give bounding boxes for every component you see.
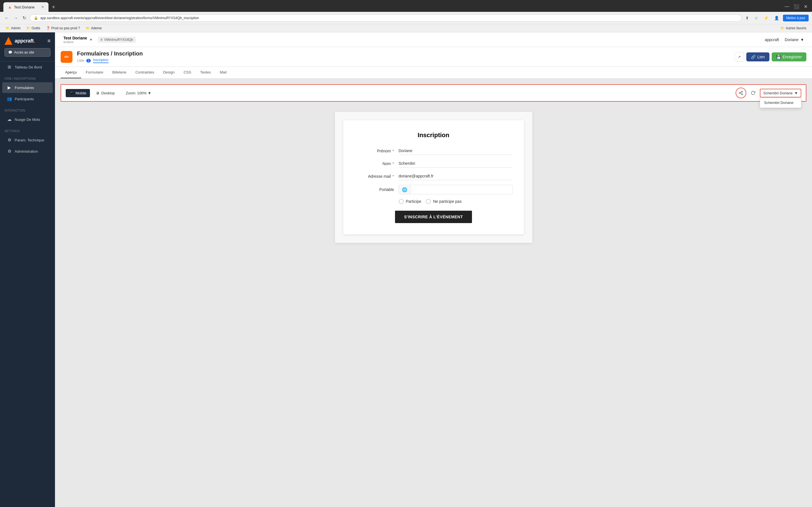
tab-apercu[interactable]: Aperçu [61,67,81,78]
share-preview-btn[interactable] [735,88,746,98]
logo-text: appcraft. [15,38,35,44]
profile-btn[interactable]: 👤 [772,15,781,21]
grid-icon: ⊞ [7,64,12,69]
access-site-btn[interactable]: 💬 Accès au site [4,48,50,57]
breadcrumb-count-badge: 1 [86,59,91,62]
sidebar-section-settings: SETTINGS [0,125,55,134]
svg-line-4 [741,92,742,93]
tab-contraintes[interactable]: Contraintes [131,67,158,78]
phone-input-group: 🌐 [399,185,513,194]
bookmark-btn[interactable]: ☆ [753,15,760,21]
bookmark-prod[interactable]: ❓ Prod ou pas prod ? [44,25,82,31]
form-field-portable: Portable 🌐 [355,185,513,194]
update-btn[interactable]: Mettre à jour [783,15,809,21]
input-phone[interactable] [410,185,512,194]
lien-btn[interactable]: 🔗 Lien [746,52,769,61]
chevron-down-icon: ▼ [800,38,804,42]
input-prenom[interactable] [399,147,513,155]
url-text: app.sandbox.appcraft.events/appcraft/eve… [40,16,737,20]
mobile-view-btn[interactable]: 📱 Mobile [66,89,90,97]
tab-formulaire[interactable]: Formulaire [81,67,108,78]
label-portable: Portable [355,187,394,192]
chevron-down-icon: ▼ [89,38,93,42]
event-selector[interactable]: Test Doriane testtest ▼ [61,34,96,45]
radio-participe[interactable]: Participe [399,199,421,204]
tab-mail[interactable]: Mail [215,67,231,78]
desktop-view-btn[interactable]: 🖥 Desktop [92,89,118,97]
event-name: Test Doriane [63,36,87,40]
user-dropdown-option[interactable]: Schembri Doriane [760,98,801,108]
radio-ne-participe-pas[interactable]: Ne participe pas [426,199,462,204]
bookmark-others[interactable]: 📁 Autres favoris [778,25,809,31]
browser-minimize[interactable]: — [783,3,790,10]
required-star: * [393,174,394,179]
svg-point-1 [739,93,741,94]
top-bar-right: appcraft Doriane ▼ [765,36,806,43]
top-bar: Test Doriane testtest ▼ # VMinImuRYXS4Qb… [55,33,812,47]
sidebar-item-param-technique[interactable]: ⚙ Param. Technique [2,135,53,145]
reload-btn[interactable]: ↻ [21,14,28,22]
sidebar-item-participants[interactable]: 👥 Participants [2,94,53,104]
address-bar[interactable]: 🔒 app.sandbox.appcraft.events/appcraft/e… [30,14,742,22]
chat-icon: 💬 [8,50,12,54]
gear-icon-2: ⚙ [7,149,12,154]
users-icon: 👥 [7,96,12,101]
view-controls-bar: 📱 Mobile 🖥 Desktop Zoom: 100% ▼ [61,84,806,102]
hash-badge: # VMinImuRYXS4Qb [98,37,136,43]
browser-maximize[interactable]: ⬛ [793,3,801,10]
radio-circle-ne-participe [426,199,431,204]
browser-toolbar: ← → ↻ 🔒 app.sandbox.appcraft.events/appc… [0,12,812,24]
tab-css[interactable]: CSS [179,67,196,78]
tab-nav: Aperçu Formulaire Billeterie Contraintes… [55,67,812,78]
tab-close-btn[interactable]: × [42,4,44,10]
form-preview-container: Inscription Prénom * [61,106,806,248]
bookmark-outils[interactable]: 📁 Outils [24,25,43,31]
user-dropdown-container: Schembri Doriane ▼ Schembri Doriane [760,89,801,98]
user-dropdown-btn[interactable]: Schembri Doriane ▼ [760,89,801,98]
input-nom-container [399,159,513,168]
svg-point-2 [742,94,743,95]
extensions-btn[interactable]: ⚡ [762,15,770,21]
chevron-down-icon: ▼ [794,91,798,95]
bookmark-admin[interactable]: 📁 Admin [3,25,23,31]
folder-icon: 📁 [26,26,31,30]
form-submit-area: S'INSCRIRE À L'ÉVÉNEMENT [355,211,513,223]
breadcrumb-list[interactable]: Liste [77,59,84,62]
share-browser-btn[interactable]: ⬆ [744,15,751,21]
forward-btn[interactable]: → [12,14,19,22]
sidebar-item-tableau-de-bord[interactable]: ⊞ Tableau De Bord [2,62,53,72]
external-link-btn[interactable]: ↗ [734,52,744,62]
input-portable-container: 🌐 [399,185,513,194]
enregistrer-btn[interactable]: 💾 Enregistrer [772,52,806,61]
active-tab[interactable]: ▲ Test Doriane × [3,2,49,12]
event-info: Test Doriane testtest [63,36,87,44]
hash-icon: # [101,38,103,42]
sidebar-item-nuage-de-mots[interactable]: ☁ Nuage De Mots [2,114,53,125]
input-email[interactable] [399,172,513,180]
tab-billeterie[interactable]: Billeterie [108,67,131,78]
sidebar-menu-btn[interactable]: ≡ [47,38,50,44]
sidebar-item-administration[interactable]: ⚙ Administration [2,146,53,157]
submit-btn[interactable]: S'INSCRIRE À L'ÉVÉNEMENT [395,211,472,223]
user-menu-btn[interactable]: Doriane ▼ [782,36,806,43]
app-layout: appcraft. ≡ 💬 Accès au site ⊞ Tableau De… [0,33,812,507]
tab-textes[interactable]: Textes [196,67,215,78]
browser-close[interactable]: ✕ [803,3,809,10]
required-star: * [393,161,394,166]
user-label: Doriane [784,38,799,42]
form-preview-title: Inscription [355,131,513,139]
input-nom[interactable] [399,159,513,168]
phone-flag-btn[interactable]: 🌐 [399,185,410,194]
page-title-area: Formulaires / Inscription Liste 1 Inscri… [77,50,730,63]
event-sub: testtest [63,40,87,44]
new-tab-btn[interactable]: + [50,3,57,11]
tab-design[interactable]: Design [159,67,179,78]
breadcrumb-active[interactable]: Inscription [93,58,109,63]
bookmark-ademe[interactable]: 📁 Ademe [84,25,104,31]
sidebar-item-formulaires[interactable]: ▶ Formulaires [2,82,53,93]
zoom-selector[interactable]: Zoom: 100% ▼ [123,89,154,97]
chevron-down-icon: ▼ [148,91,151,95]
refresh-preview-btn[interactable] [749,89,758,98]
sidebar-header: appcraft. ≡ 💬 Accès au site [0,33,55,61]
back-btn[interactable]: ← [3,14,10,22]
